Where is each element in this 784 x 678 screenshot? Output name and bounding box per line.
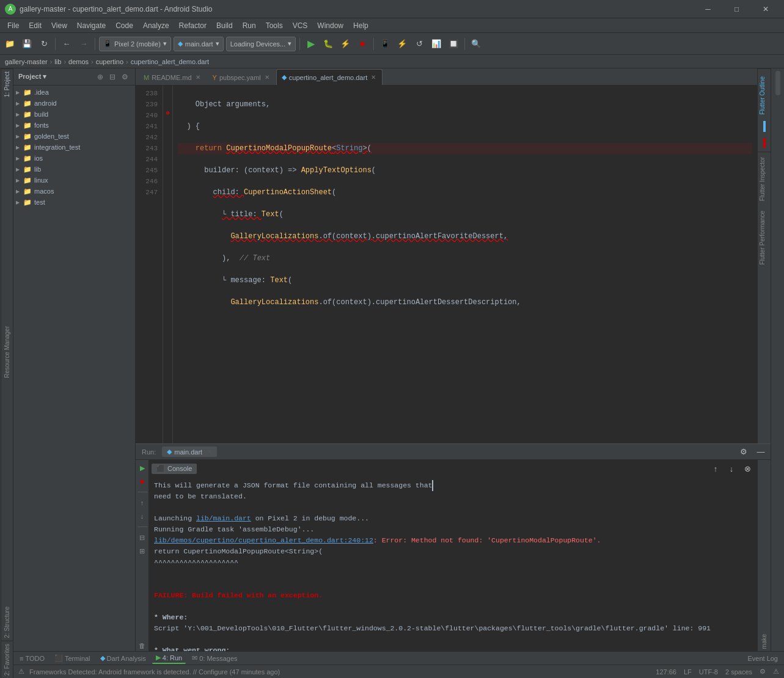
- back-btn[interactable]: ←: [59, 37, 74, 51]
- run-content[interactable]: This will generate a JSON format file co…: [149, 478, 757, 651]
- breadcrumb-cupertino[interactable]: cupertino: [96, 58, 123, 65]
- run-soft-wrap-btn[interactable]: ⊟: [137, 532, 148, 543]
- run-minimize-btn[interactable]: —: [753, 445, 768, 459]
- status-frameworks-text[interactable]: Frameworks Detected: Android framework i…: [29, 668, 280, 676]
- tree-item-idea[interactable]: ▶ 📁 .idea: [13, 87, 135, 98]
- tab-readme[interactable]: M README.md ✕: [138, 69, 207, 85]
- minimize-button[interactable]: ─: [694, 0, 722, 18]
- breadcrumb-lib[interactable]: lib: [54, 58, 61, 65]
- hot-restart-btn[interactable]: ↺: [412, 37, 427, 51]
- status-lf[interactable]: LF: [684, 668, 692, 676]
- status-gear-icon[interactable]: ⚙: [760, 668, 766, 676]
- console-tab[interactable]: ⬛ Console: [152, 464, 197, 474]
- favorites-label[interactable]: 2: Favorites: [1, 641, 13, 678]
- tree-item-golden[interactable]: ▶ 📁 golden_test: [13, 131, 135, 142]
- menu-refactor[interactable]: Refactor: [174, 20, 211, 31]
- tree-item-build[interactable]: ▶ 📁 build: [13, 109, 135, 120]
- tab-dart-close[interactable]: ✕: [370, 74, 377, 81]
- menu-build[interactable]: Build: [211, 20, 238, 31]
- tree-item-fonts[interactable]: ▶ 📁 fonts: [13, 120, 135, 131]
- sync-btn[interactable]: ↻: [37, 37, 51, 51]
- tree-item-macos[interactable]: ▶ 📁 macos: [13, 186, 135, 197]
- project-gear-icon[interactable]: ⚙: [120, 72, 130, 82]
- device-mirror-btn[interactable]: 📱: [378, 37, 392, 51]
- menu-tools[interactable]: Tools: [261, 20, 288, 31]
- console-clear-btn[interactable]: ⊗: [740, 461, 755, 476]
- tree-item-test[interactable]: ▶ 📁 test: [13, 197, 135, 208]
- run-with-coverage-btn[interactable]: ⚡: [338, 37, 353, 51]
- menu-vcs[interactable]: VCS: [288, 20, 313, 31]
- bottom-tab-event-log[interactable]: Event Log: [744, 654, 782, 663]
- status-indent[interactable]: 2 spaces: [725, 668, 752, 676]
- profiler-btn[interactable]: 📊: [429, 37, 444, 51]
- bottom-tab-todo[interactable]: ≡ TODO: [16, 654, 48, 663]
- save-btn[interactable]: 💾: [20, 37, 34, 51]
- bottom-tab-messages[interactable]: ✉ 0: Messages: [188, 653, 241, 663]
- debug-btn[interactable]: 🐛: [321, 37, 335, 51]
- project-panel-label[interactable]: 1: Project: [1, 68, 13, 100]
- tab-dart[interactable]: ◆ cupertino_alert_demo.dart ✕: [276, 69, 383, 85]
- device-dropdown[interactable]: 📱 Pixel 2 (mobile) ▾: [99, 37, 171, 51]
- stop-btn[interactable]: ■: [355, 37, 370, 51]
- code-editor[interactable]: 238 239 240 241 242 243 244 245 246 24: [136, 86, 757, 443]
- run-filter-btn[interactable]: ⊞: [137, 545, 148, 556]
- project-settings-icon[interactable]: ⊕: [95, 72, 105, 82]
- menu-file[interactable]: File: [2, 20, 24, 31]
- flutter-performance-panel[interactable]: Flutter Performance: [758, 206, 771, 269]
- breadcrumb-file[interactable]: cupertino_alert_demo.dart: [131, 58, 209, 65]
- search-everywhere-btn[interactable]: 🔍: [469, 37, 483, 51]
- status-warning2-icon[interactable]: ⚠: [773, 668, 779, 676]
- make-label[interactable]: make: [760, 632, 769, 651]
- run-button[interactable]: ▶: [304, 37, 318, 51]
- console-next-btn[interactable]: ↓: [724, 461, 739, 476]
- run-stop-btn[interactable]: ■: [137, 476, 148, 487]
- flutter-outline-panel[interactable]: Flutter Outline: [758, 68, 771, 120]
- menu-help[interactable]: Help: [348, 20, 373, 31]
- config-dropdown[interactable]: ◆ main.dart ▾: [174, 37, 224, 51]
- bottom-tab-terminal[interactable]: ⬛ Terminal: [51, 653, 94, 663]
- maximize-button[interactable]: □: [723, 0, 750, 18]
- breadcrumb-demos[interactable]: demos: [68, 58, 89, 65]
- tree-item-linux[interactable]: ▶ 📁 linux: [13, 175, 135, 186]
- console-prev-btn[interactable]: ↑: [708, 461, 723, 476]
- breadcrumb-root[interactable]: gallery-master: [5, 58, 48, 65]
- hot-reload-btn[interactable]: ⚡: [395, 37, 409, 51]
- menu-edit[interactable]: Edit: [24, 20, 46, 31]
- run-settings-btn[interactable]: ⚙: [736, 445, 751, 459]
- menu-analyze[interactable]: Analyze: [138, 20, 174, 31]
- tree-item-android[interactable]: ▶ 📁 android: [13, 98, 135, 109]
- tab-pubspec-close[interactable]: ✕: [263, 74, 271, 81]
- run-tab-main[interactable]: ◆ main.dart ✕: [162, 447, 217, 457]
- run-trash-btn[interactable]: 🗑: [137, 640, 148, 651]
- error-link[interactable]: lib/demos/cupertino/cupertino_alert_demo…: [154, 536, 373, 544]
- project-collapse-icon[interactable]: ⊟: [108, 72, 117, 82]
- loading-devices-dropdown[interactable]: Loading Devices... ▾: [226, 37, 296, 51]
- code-content[interactable]: Object arguments, ) { return CupertinoMo…: [173, 86, 757, 443]
- menu-navigate[interactable]: Navigate: [72, 20, 111, 31]
- menu-code[interactable]: Code: [111, 20, 138, 31]
- tree-item-ios[interactable]: ▶ 📁 ios: [13, 153, 135, 164]
- forward-btn[interactable]: →: [76, 37, 91, 51]
- project-title[interactable]: Project ▾: [18, 73, 46, 81]
- run-tab-close[interactable]: ✕: [207, 448, 212, 455]
- flutter-inspector-panel[interactable]: Flutter Inspector: [758, 151, 771, 206]
- status-encoding[interactable]: UTF-8: [699, 668, 718, 676]
- structure-label[interactable]: 2: Structure: [1, 604, 13, 641]
- run-scroll-up-btn[interactable]: ↑: [137, 497, 148, 508]
- lib-main-link[interactable]: lib/main.dart: [196, 514, 251, 522]
- tree-item-integration[interactable]: ▶ 📁 integration_test: [13, 142, 135, 153]
- resource-manager-label[interactable]: Resource Manager: [1, 100, 13, 604]
- editor-scrollbar-thumb[interactable]: [775, 71, 780, 95]
- run-restart-btn[interactable]: ▶: [137, 462, 148, 473]
- open-folder-btn[interactable]: 📁: [2, 37, 17, 51]
- layout-inspector-btn[interactable]: 🔲: [446, 37, 461, 51]
- menu-view[interactable]: View: [46, 20, 72, 31]
- bottom-tab-run[interactable]: ▶ 4: Run: [152, 652, 186, 664]
- tab-readme-close[interactable]: ✕: [194, 74, 202, 81]
- status-position[interactable]: 127:66: [656, 668, 676, 676]
- bottom-tab-dart-analysis[interactable]: ◆ Dart Analysis: [97, 653, 150, 663]
- menu-run[interactable]: Run: [238, 20, 261, 31]
- menu-window[interactable]: Window: [312, 20, 348, 31]
- tree-item-lib[interactable]: ▶ 📁 lib: [13, 164, 135, 175]
- close-button[interactable]: ✕: [752, 0, 779, 18]
